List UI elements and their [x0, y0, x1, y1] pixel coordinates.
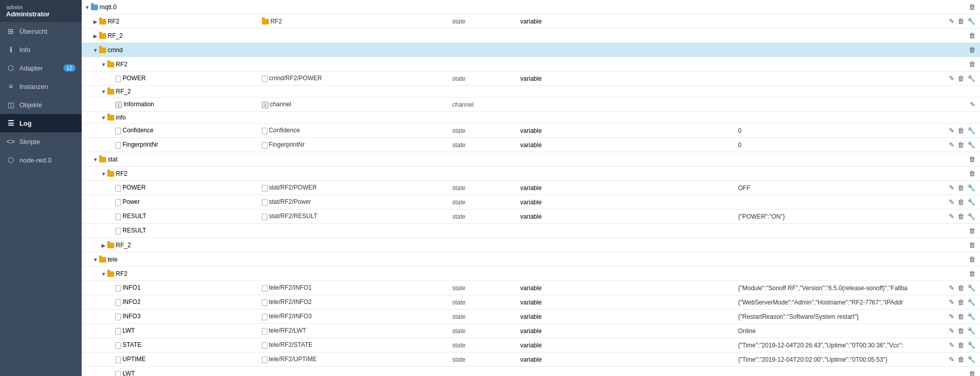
debug-button[interactable]: 🔧 [966, 326, 977, 336]
func-cell [667, 295, 735, 310]
debug-button[interactable]: 🔧 [966, 355, 977, 364]
objects-table-container[interactable]: ▼mqtt.0 🗑 ▶RF2 RF2 state variable ✎🗑🔧 ▶R… [82, 0, 980, 376]
grid-icon: ⊞ [6, 27, 15, 35]
id-cell [259, 43, 449, 57]
delete-button[interactable]: 🗑 [956, 312, 966, 321]
debug-button[interactable]: 🔧 [966, 312, 977, 321]
id-cell [259, 167, 449, 181]
delete-button[interactable]: 🗑 [956, 197, 966, 207]
delete-button[interactable]: 🗑 [956, 355, 966, 364]
sidebar-item-adapter[interactable]: ⬡ Adapter 12 [0, 59, 82, 77]
edit-button[interactable]: ✎ [947, 283, 956, 293]
name-cell: RESULT [82, 224, 259, 238]
sidebar-item-uebersicht[interactable]: ⊞ Übersicht [0, 22, 82, 40]
delete-button[interactable]: 🗑 [967, 269, 977, 278]
type-cell [449, 224, 517, 238]
sidebar-item-instanzen[interactable]: ≡ Instanzen [0, 77, 82, 96]
role-cell [517, 57, 599, 72]
id-cell: FingerprintNr [259, 138, 449, 152]
table-row: ▼cmnd 🗑 [82, 43, 980, 57]
edit-button[interactable]: ✎ [968, 100, 977, 109]
delete-button[interactable]: 🗑 [956, 326, 966, 336]
actions-cell: 🗑 [925, 267, 980, 281]
delete-button[interactable]: 🗑 [956, 126, 966, 135]
table-row: Power stat/RF2/Power state variable ✎🗑🔧 [82, 195, 980, 209]
delete-button[interactable]: 🗑 [967, 226, 977, 236]
value-cell: {"RestartReason":"Software/System restar… [735, 310, 925, 324]
delete-button[interactable]: 🗑 [956, 340, 966, 350]
type-cell [449, 152, 517, 167]
delete-button[interactable]: 🗑 [956, 283, 966, 293]
debug-button[interactable]: 🔧 [966, 183, 977, 193]
debug-button[interactable]: 🔧 [966, 283, 977, 293]
type-cell: channel [449, 98, 517, 112]
debug-button[interactable]: 🔧 [966, 126, 977, 135]
role-cell: variable [517, 281, 599, 295]
edit-button[interactable]: ✎ [947, 74, 956, 83]
delete-button[interactable]: 🗑 [956, 183, 966, 193]
edit-button[interactable]: ✎ [947, 212, 956, 221]
func-cell [667, 310, 735, 324]
debug-button[interactable]: 🔧 [966, 140, 977, 150]
func-cell [667, 367, 735, 377]
debug-button[interactable]: 🔧 [966, 212, 977, 221]
debug-button[interactable]: 🔧 [966, 297, 977, 307]
id-cell: tele/RF2/UPTIME [259, 353, 449, 367]
id-cell [259, 267, 449, 281]
delete-button[interactable]: 🗑 [956, 212, 966, 221]
value-cell [735, 29, 925, 43]
row-name: mqtt.0 [100, 4, 116, 11]
delete-button[interactable]: 🗑 [956, 140, 966, 150]
sidebar-item-label: Info [19, 46, 31, 54]
edit-button[interactable]: ✎ [947, 16, 956, 26]
edit-button[interactable]: ✎ [947, 140, 956, 150]
func-cell [667, 124, 735, 138]
edit-button[interactable]: ✎ [947, 326, 956, 336]
actions-cell: 🗑 [925, 252, 980, 267]
value-cell: {"WebServerMode":"Admin","Hostname":"RF2… [735, 295, 925, 310]
room-cell [599, 167, 667, 181]
edit-button[interactable]: ✎ [947, 355, 956, 364]
delete-button[interactable]: 🗑 [967, 369, 977, 376]
actions-cell: 🗑 [925, 57, 980, 72]
edit-button[interactable]: ✎ [947, 340, 956, 350]
edit-button[interactable]: ✎ [947, 297, 956, 307]
edit-button[interactable]: ✎ [947, 183, 956, 193]
row-name: LWT [122, 327, 135, 334]
actions-cell [925, 112, 980, 124]
delete-button[interactable]: 🗑 [956, 74, 966, 83]
delete-button[interactable]: 🗑 [967, 169, 977, 178]
name-cell: ▼mqtt.0 [82, 0, 259, 14]
sidebar-item-log[interactable]: ☰ Log [0, 114, 82, 132]
actions-cell: ✎🗑🔧 [925, 138, 980, 152]
debug-button[interactable]: 🔧 [966, 74, 977, 83]
room-cell [599, 152, 667, 167]
edit-button[interactable]: ✎ [947, 197, 956, 207]
row-name: RESULT [122, 213, 146, 220]
edit-button[interactable]: ✎ [947, 312, 956, 321]
debug-button[interactable]: 🔧 [966, 340, 977, 350]
sidebar-item-info[interactable]: ℹ Info [0, 40, 82, 59]
actions-cell: 🗑 [925, 43, 980, 57]
edit-button[interactable]: ✎ [947, 126, 956, 135]
row-name: Information [124, 101, 154, 108]
sidebar-item-objekte[interactable]: ◫ Objekte [0, 96, 82, 114]
delete-button[interactable]: 🗑 [967, 45, 977, 55]
type-cell [449, 57, 517, 72]
delete-button[interactable]: 🗑 [956, 16, 966, 26]
delete-button[interactable]: 🗑 [967, 59, 977, 69]
value-cell [735, 86, 925, 98]
debug-button[interactable]: 🔧 [966, 16, 977, 26]
delete-button[interactable]: 🗑 [967, 154, 977, 164]
table-row: INFO3 tele/RF2/INFO3 state variable {"Re… [82, 310, 980, 324]
debug-button[interactable]: 🔧 [966, 197, 977, 207]
delete-button[interactable]: 🗑 [967, 240, 977, 250]
delete-button[interactable]: 🗑 [967, 31, 977, 40]
sidebar-item-skripte[interactable]: <> Skripte [0, 132, 82, 151]
obj-id: tele/RF2/INFO1 [269, 284, 312, 291]
sidebar-item-node-red[interactable]: ⬡ node-red.0 [0, 151, 82, 169]
table-row: STATE tele/RF2/STATE state variable {"Ti… [82, 338, 980, 353]
delete-button[interactable]: 🗑 [967, 254, 977, 264]
delete-button[interactable]: 🗑 [967, 2, 977, 12]
delete-button[interactable]: 🗑 [956, 297, 966, 307]
